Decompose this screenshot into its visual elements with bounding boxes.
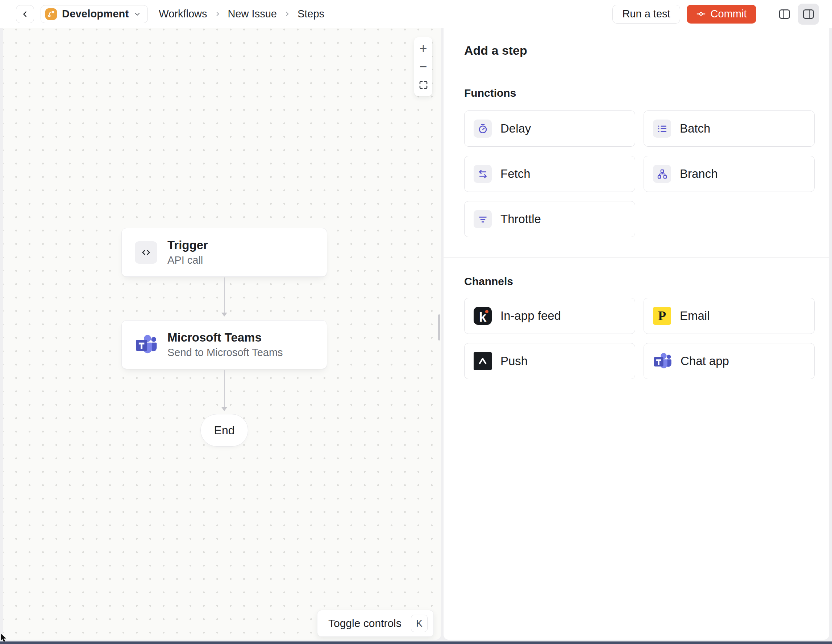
channel-card-push[interactable]: Push [464, 343, 635, 379]
commit-icon [696, 9, 706, 19]
top-bar: Development Workflows New Issue Steps Ru… [0, 0, 832, 28]
divider [443, 69, 829, 69]
postmark-logo: P [653, 307, 671, 325]
functions-grid: Delay Batch Fetch [464, 110, 814, 237]
connector-arrow [224, 278, 225, 314]
code-icon [135, 241, 157, 264]
commit-button[interactable]: Commit [687, 5, 756, 24]
chevron-down-icon [134, 11, 141, 18]
function-card-fetch[interactable]: Fetch [464, 156, 635, 192]
zoom-in-button[interactable]: + [414, 40, 432, 58]
divider [766, 6, 766, 22]
channel-card-email[interactable]: P Email [643, 298, 814, 334]
back-button[interactable] [16, 5, 34, 23]
step-label: Throttle [501, 212, 541, 226]
run-a-test-button[interactable]: Run a test [613, 5, 680, 24]
function-card-throttle[interactable]: Throttle [464, 201, 635, 237]
function-card-delay[interactable]: Delay [464, 110, 635, 147]
toggle-left-panel-button[interactable] [774, 4, 795, 25]
step-label: Chat app [680, 354, 729, 368]
chevron-left-icon [21, 10, 29, 18]
function-card-batch[interactable]: Batch [643, 110, 814, 147]
workflow-canvas[interactable]: + − Trigger API call Microsoft Teams [3, 28, 441, 640]
panel-title: Add a step [464, 43, 527, 58]
hierarchy-icon [653, 165, 671, 183]
step-label: Push [501, 354, 528, 368]
knock-logo: k [474, 307, 492, 325]
breadcrumb-new-issue[interactable]: New Issue [228, 8, 277, 20]
channel-card-in-app-feed[interactable]: k In-app feed [464, 298, 635, 334]
divider [443, 257, 829, 257]
toggle-controls-button[interactable]: Toggle controls K [317, 610, 434, 637]
breadcrumb-steps: Steps [298, 8, 324, 20]
end-node[interactable]: End [200, 414, 248, 447]
canvas-scrollbar[interactable] [438, 315, 440, 340]
step-label: Branch [680, 167, 718, 181]
step-label: Email [680, 309, 710, 323]
window-bottom-edge [0, 641, 832, 644]
stopwatch-icon [474, 120, 492, 137]
panel-right-icon [802, 8, 815, 21]
panel-left-icon [778, 8, 791, 21]
fit-view-button[interactable] [414, 76, 432, 94]
expo-logo [474, 352, 492, 370]
teams-node-title: Microsoft Teams [167, 331, 283, 344]
connector-arrow [224, 370, 225, 408]
environment-switcher[interactable]: Development [41, 5, 148, 23]
microsoft-teams-logo [653, 352, 672, 370]
chevron-right-icon [214, 11, 221, 17]
toggle-right-panel-button[interactable] [798, 4, 819, 25]
step-label: Fetch [501, 167, 531, 181]
trigger-node-subtitle: API call [167, 254, 208, 266]
funnel-icon [474, 210, 492, 228]
step-label: Batch [680, 122, 710, 136]
list-icon [653, 120, 671, 137]
end-node-label: End [214, 424, 235, 437]
zoom-controls: + − [414, 37, 432, 96]
channels-grid: k In-app feed P Email Push Chat app [464, 298, 814, 379]
channel-card-chat-app[interactable]: Chat app [643, 343, 814, 379]
keyboard-shortcut-badge: K [411, 615, 427, 632]
teams-node-subtitle: Send to Microsoft Teams [167, 347, 283, 359]
zoom-out-button[interactable]: − [414, 58, 432, 76]
functions-heading: Functions [464, 87, 516, 99]
commit-label: Commit [710, 8, 747, 20]
function-card-branch[interactable]: Branch [643, 156, 814, 192]
add-step-panel: Add a step Functions Delay Batch [443, 28, 829, 640]
toggle-controls-label: Toggle controls [328, 617, 402, 630]
breadcrumb: Workflows New Issue Steps [159, 8, 324, 20]
environment-label: Development [62, 8, 129, 20]
step-label: Delay [501, 122, 531, 136]
microsoft-teams-icon [135, 334, 157, 355]
trigger-node-title: Trigger [167, 238, 208, 252]
mouse-cursor [0, 633, 9, 644]
header-actions: Run a test Commit [613, 4, 819, 25]
breadcrumb-workflows[interactable]: Workflows [159, 8, 207, 20]
trigger-node[interactable]: Trigger API call [122, 228, 327, 277]
step-label: In-app feed [501, 309, 561, 323]
microsoft-teams-node[interactable]: Microsoft Teams Send to Microsoft Teams [122, 320, 327, 369]
channels-heading: Channels [464, 275, 513, 288]
swap-arrows-icon [474, 165, 492, 183]
git-branch-icon [45, 8, 57, 20]
chevron-right-icon [284, 11, 290, 17]
